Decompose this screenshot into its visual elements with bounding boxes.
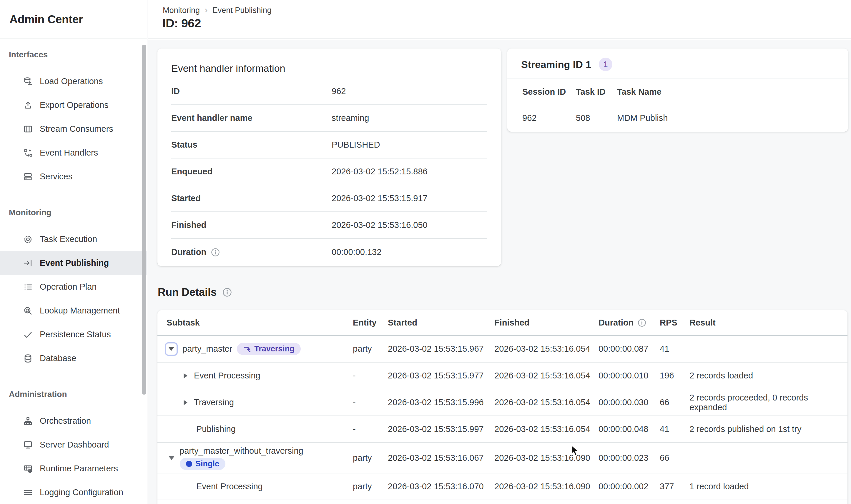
sidebar-scrollbar-thumb[interactable] (142, 45, 146, 395)
mouse-cursor (570, 445, 582, 457)
magnifier-scan-icon (23, 306, 33, 316)
subtask-cell: Event Processing (165, 482, 353, 491)
sidebar-item-label: Event Handlers (40, 148, 98, 158)
sidebar-item-operation-plan[interactable]: Operation Plan (0, 275, 147, 299)
sidebar-item-stream-consumers[interactable]: Stream Consumers (0, 117, 147, 141)
subtask-cell: party_master_without_traversing Single (165, 446, 353, 470)
info-row-duration: Duration 00:00:00.132 (171, 239, 487, 266)
count-badge: 1 (599, 58, 612, 71)
info-label: Enqueued (171, 167, 332, 176)
sidebar-item-event-handlers[interactable]: Event Handlers (0, 141, 147, 165)
info-row-status: Status PUBLISHED (171, 132, 487, 159)
arrow-to-bar-icon (23, 258, 33, 268)
subtask-name: party_master_without_traversing (179, 446, 303, 456)
sidebar-item-persistence-status[interactable]: Persistence Status (0, 323, 147, 346)
subtask-name: Traversing (194, 398, 234, 407)
sidebar-item-load-operations[interactable]: Load Operations (0, 69, 147, 93)
sidebar-item-label: Persistence Status (40, 330, 111, 339)
started-cell: 2026-03-02 15:53:15.967 (388, 344, 494, 354)
database-download-icon (23, 76, 33, 87)
finished-cell: 2026-03-02 15:53:16.054 (494, 344, 598, 354)
sidebar: Admin Center Interfaces Load Operations … (0, 0, 147, 504)
run-details-header: Run Details (158, 286, 232, 299)
column-header-text: Duration (598, 318, 633, 328)
subtask-name: Publishing (196, 424, 236, 434)
sidebar-item-label: Load Operations (40, 76, 103, 86)
blue-dot-icon (186, 461, 192, 467)
section-label-monitoring: Monitoring (0, 207, 147, 218)
expand-row-button[interactable] (184, 373, 188, 378)
sidebar-item-label: Logging Configuration (40, 488, 123, 497)
sidebar-item-services[interactable]: Services (0, 165, 147, 188)
database-icon (23, 354, 33, 363)
collapse-row-button[interactable] (165, 342, 178, 356)
session-id-value: 962 (522, 113, 576, 123)
sidebar-item-runtime-parameters[interactable]: Runtime Parameters (0, 457, 147, 481)
info-icon[interactable] (638, 319, 646, 327)
sidebar-item-label: Runtime Parameters (40, 464, 118, 473)
finished-cell: 2026-03-02 15:53:16.054 (494, 424, 598, 434)
page-title: ID: 962 (162, 16, 201, 30)
duration-cell: 00:00:00.010 (598, 371, 660, 380)
sidebar-item-label: Export Operations (40, 100, 108, 110)
subtask-name: Event Processing (194, 371, 260, 380)
card-title: Event handler information (157, 49, 501, 74)
info-label: Started (171, 194, 332, 203)
sidebar-item-label: Event Publishing (40, 258, 109, 268)
column-header-rps: RPS (660, 318, 690, 328)
info-rows: ID 962 Event handler name streaming Stat… (171, 78, 487, 266)
subtask-cell: Traversing (165, 398, 353, 407)
table-row-traversing: Traversing - 2026-03-02 15:53:15.996 202… (157, 389, 848, 416)
section-title: Run Details (158, 286, 216, 299)
sidebar-item-event-publishing[interactable]: Event Publishing (0, 251, 147, 275)
sidebar-item-orchestration[interactable]: Orchestration (0, 409, 147, 433)
subtask-cell: Publishing (165, 424, 353, 434)
result-cell: 2 records published on 1st try (690, 424, 848, 434)
sidebar-item-label: Operation Plan (40, 282, 97, 292)
duration-cell: 00:00:00.002 (598, 482, 660, 491)
hierarchy-icon (23, 416, 33, 426)
single-badge: Single (180, 458, 225, 470)
sidebar-item-lookup-management[interactable]: Lookup Management (0, 299, 147, 323)
sidebar-item-label: Services (40, 172, 72, 181)
breadcrumb-item-monitoring[interactable]: Monitoring (163, 6, 200, 15)
subtask-cell: Event Processing (165, 371, 353, 380)
card-title: Streaming ID 1 (521, 59, 591, 70)
table-row: 962 508 MDM Publish (507, 105, 848, 130)
sidebar-item-database[interactable]: Database (0, 346, 147, 370)
table-row-publishing: Publishing - 2026-03-02 15:53:15.997 202… (157, 416, 848, 443)
info-row-finished: Finished 2026-03-02 15:53:16.050 (171, 212, 487, 239)
column-header-task-name: Task Name (617, 87, 848, 97)
result-cell: 2 records loaded (690, 371, 848, 380)
sidebar-nav: Interfaces Load Operations Export Operat… (0, 49, 147, 504)
entity-cell: party (353, 453, 388, 463)
column-header-entity: Entity (353, 318, 388, 328)
sidebar-item-export-operations[interactable]: Export Operations (0, 93, 147, 117)
info-row-started: Started 2026-03-02 15:53:15.917 (171, 185, 487, 212)
sidebar-item-task-execution[interactable]: Task Execution (0, 227, 147, 251)
expand-row-button[interactable] (184, 400, 188, 405)
streaming-card: Streaming ID 1 1 Session ID Task ID Task… (507, 49, 848, 132)
badge-label: Single (195, 459, 219, 468)
collapse-row-button[interactable] (168, 456, 175, 460)
gear-icon (23, 234, 33, 244)
breadcrumb: Monitoring › Event Publishing (163, 6, 272, 15)
info-value: 962 (332, 87, 487, 96)
finished-cell: 2026-03-02 15:53:16.054 (494, 371, 598, 380)
sidebar-item-logging-configuration[interactable]: Logging Configuration (0, 481, 147, 504)
breadcrumb-item-event-publishing[interactable]: Event Publishing (212, 6, 272, 15)
info-label: Status (171, 140, 332, 150)
info-icon[interactable] (223, 288, 232, 297)
duration-cell: 00:00:00.030 (598, 398, 660, 407)
server-stack-icon (23, 172, 33, 182)
sidebar-item-label: Stream Consumers (40, 124, 113, 134)
info-icon[interactable] (211, 248, 220, 257)
sidebar-item-server-dashboard[interactable]: Server Dashboard (0, 433, 147, 457)
traversing-badge: Traversing (237, 343, 301, 355)
workflow-icon (23, 148, 33, 158)
list-icon (23, 282, 33, 292)
info-label: Event handler name (171, 113, 332, 123)
sidebar-header: Admin Center (0, 0, 147, 39)
subtask-name: Event Processing (196, 482, 263, 491)
hamburger-lines-icon (23, 488, 33, 498)
